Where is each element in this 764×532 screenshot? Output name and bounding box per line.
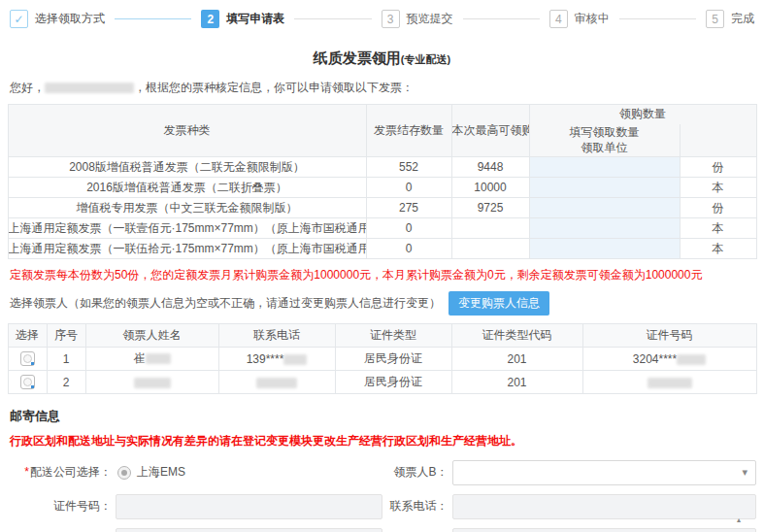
invoice-row: 上海通用定额发票（一联壹佰元·175mm×77mm）（原上海市国税通用.. 0 … bbox=[8, 218, 756, 239]
address-input bbox=[452, 528, 757, 532]
checkbox-dot-icon bbox=[31, 362, 34, 365]
step-2-fill-form: 2 填写申请表 bbox=[201, 10, 284, 28]
row-checkbox[interactable] bbox=[20, 375, 35, 389]
phone-redacted bbox=[256, 378, 297, 388]
qty-input[interactable] bbox=[529, 239, 680, 259]
step-connector bbox=[294, 18, 371, 19]
phone-cell: 139**** bbox=[218, 348, 335, 371]
delivery-company-field: *配送公司选择： 上海EMS bbox=[0, 464, 382, 481]
invoice-max: 10000 bbox=[451, 178, 529, 198]
invoice-unit: 本 bbox=[680, 218, 756, 239]
step-connector bbox=[115, 18, 191, 19]
id-number-cell bbox=[582, 371, 756, 394]
select-cell bbox=[8, 371, 47, 394]
ticket-collector-table: 选择 序号 领票人姓名 联系电话 证件类型 证件类型代码 证件号码 1 崔 13… bbox=[8, 323, 757, 394]
id-number-field: 证件号码： bbox=[0, 494, 382, 519]
invoice-row: 2008版增值税普通发票（二联无金额限制版） 552 9448 份 bbox=[8, 157, 756, 178]
invoice-type: 2008版增值税普通发票（二联无金额限制版） bbox=[8, 157, 366, 178]
step-2-number: 2 bbox=[201, 10, 219, 28]
id-type-cell: 居民身份证 bbox=[335, 371, 451, 394]
mail-warning-text: 行政区划和配送地址与实际情况有差异的请在登记变更模块更改生产经营行政区划和生产经… bbox=[10, 433, 764, 449]
check-icon: ✓ bbox=[10, 10, 28, 28]
row-checkbox[interactable] bbox=[20, 351, 35, 366]
qty-input[interactable] bbox=[529, 178, 680, 198]
invoice-types-table: 发票种类 发票结存数量 本次最高可领购数量 领购数量 填写领取数量 领取单位 2… bbox=[8, 104, 757, 259]
qty-input[interactable] bbox=[529, 157, 680, 178]
step-4-label: 审核中 bbox=[575, 11, 610, 27]
col-header-purchase-qty-group: 领购数量 bbox=[529, 105, 756, 124]
col-header-fill-qty: 填写领取数量 领取单位 bbox=[529, 124, 680, 157]
radio-dot-icon bbox=[121, 470, 127, 476]
invoice-type: 上海通用定额发票（一联壹佰元·175mm×77mm）（原上海市国税通用.. bbox=[8, 218, 366, 239]
col-header-id-type: 证件类型 bbox=[335, 324, 451, 348]
invoice-unit: 份 bbox=[680, 157, 756, 178]
col-header-stock: 发票结存数量 bbox=[366, 105, 451, 157]
scrollbar-artifact: ▴ bbox=[737, 517, 743, 523]
step-connector bbox=[463, 18, 540, 19]
shanghai-ems-radio[interactable] bbox=[117, 466, 131, 480]
qty-input[interactable] bbox=[529, 218, 680, 239]
name-redacted bbox=[146, 353, 171, 364]
id-number-label: 证件号码： bbox=[0, 498, 112, 515]
paper-invoice-collection-page: ✓ 选择领取方式 2 填写申请表 3 预览提交 4 审核中 5 完成 纸质发票领… bbox=[0, 0, 764, 532]
picker-instruction-row: 选择领票人（如果您的领票人信息为空或不正确，请通过变更购票人信息进行变更） 变更… bbox=[10, 291, 764, 316]
step-1-label: 选择领取方式 bbox=[35, 11, 105, 27]
invoice-unit: 份 bbox=[680, 198, 756, 218]
col-header-invoice-type: 发票种类 bbox=[8, 105, 366, 157]
invoice-max bbox=[451, 218, 529, 239]
required-mark: * bbox=[24, 465, 29, 479]
checkbox-dot-icon bbox=[31, 385, 34, 388]
phone-input bbox=[452, 494, 757, 519]
invoice-row: 增值税专用发票（中文三联无金额限制版） 275 9725 份 bbox=[8, 198, 756, 218]
collector-name: 崔 bbox=[134, 351, 146, 365]
id-number-input bbox=[116, 494, 382, 519]
invoice-row: 2016版增值税普通发票（二联折叠票） 0 10000 本 bbox=[8, 178, 756, 198]
shanghai-ems-radio-label: 上海EMS bbox=[137, 464, 185, 481]
invoice-stock: 0 bbox=[366, 178, 451, 198]
col-header-unit-empty bbox=[680, 124, 756, 157]
greeting-suffix: ，根据您的票种核定信息，你可以申请领取以下发票： bbox=[134, 81, 414, 94]
col-header-phone: 联系电话 bbox=[218, 324, 335, 348]
col-header-id-number: 证件号码 bbox=[582, 324, 756, 348]
page-title: 纸质发票领用(专业配送) bbox=[0, 50, 764, 68]
collector-row: 2 居民身份证 201 bbox=[8, 371, 756, 394]
seq-cell: 2 bbox=[47, 371, 85, 394]
step-3-label: 预览提交 bbox=[407, 11, 453, 27]
quota-warning-text: 定额发票每本份数为50份，您的定额发票月累计购票金额为1000000元，本月累计… bbox=[10, 267, 764, 283]
greeting-line: 您好，，根据您的票种核定信息，你可以申请领取以下发票： bbox=[10, 80, 764, 96]
step-3-number: 3 bbox=[382, 10, 400, 28]
phone-redacted bbox=[283, 354, 307, 365]
step-4-reviewing: 4 审核中 bbox=[549, 10, 610, 28]
phone-label: 联系电话： bbox=[382, 498, 448, 515]
invoice-row: 上海通用定额发票（一联伍拾元·175mm×77mm）（原上海市国税通用.. 0 … bbox=[8, 239, 756, 259]
delivery-company-radio-group: 上海EMS bbox=[117, 464, 185, 481]
step-2-label: 填写申请表 bbox=[226, 11, 284, 27]
name-cell: 崔 bbox=[85, 348, 218, 371]
collector-row: 1 崔 139**** 居民身份证 201 3204**** bbox=[8, 348, 756, 371]
id-code-cell: 201 bbox=[451, 348, 582, 371]
qty-input[interactable] bbox=[529, 198, 680, 218]
change-buyer-info-button[interactable]: 变更购票人信息 bbox=[448, 291, 549, 316]
page-title-sub: (专业配送) bbox=[401, 53, 450, 65]
id-type-cell: 居民身份证 bbox=[335, 348, 451, 371]
page-title-main: 纸质发票领用 bbox=[314, 50, 401, 66]
step-1-select-method: ✓ 选择领取方式 bbox=[10, 10, 105, 28]
invoice-stock: 0 bbox=[366, 218, 451, 239]
picker-b-label: 领票人B： bbox=[382, 464, 448, 481]
name-redacted bbox=[134, 378, 171, 388]
id-redacted bbox=[648, 378, 692, 388]
invoice-max: 9725 bbox=[451, 198, 529, 218]
step-5-done: 5 完成 bbox=[706, 10, 754, 28]
invoice-stock: 552 bbox=[366, 157, 451, 178]
invoice-unit: 本 bbox=[680, 178, 756, 198]
invoice-unit: 本 bbox=[680, 239, 756, 259]
step-5-number: 5 bbox=[706, 10, 724, 28]
col-header-collector-name: 领票人姓名 bbox=[85, 324, 218, 348]
id-code-cell: 201 bbox=[451, 371, 582, 394]
col-header-select: 选择 bbox=[8, 324, 47, 348]
step-4-number: 4 bbox=[549, 10, 568, 28]
picker-b-select[interactable]: ▾ bbox=[452, 460, 757, 485]
id-number-cell: 3204**** bbox=[582, 348, 756, 371]
picker-b-field: 领票人B： ▾ bbox=[382, 460, 764, 485]
collector-phone: 139**** bbox=[247, 352, 284, 366]
